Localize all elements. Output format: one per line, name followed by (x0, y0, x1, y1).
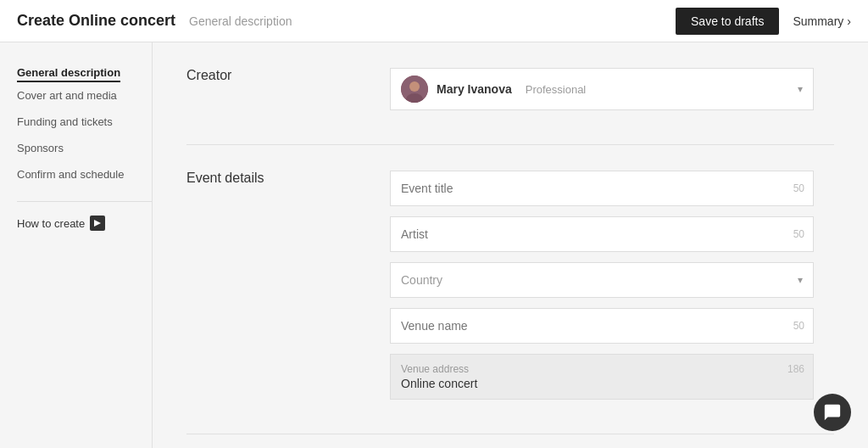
venue-address-value: Online concert (401, 377, 779, 390)
sidebar-item-cover-art-media[interactable]: Cover art and media (17, 82, 152, 109)
sidebar-item-general-description[interactable]: General description (17, 59, 120, 82)
creator-role: Professional (526, 83, 587, 96)
event-title-field: 50 (390, 171, 814, 206)
save-drafts-button[interactable]: Save to drafts (676, 8, 779, 35)
event-title-input[interactable] (391, 171, 813, 205)
header-right: Save to drafts Summary › (676, 8, 851, 35)
layout: General description Cover art and media … (0, 42, 868, 448)
sidebar-divider (17, 201, 152, 202)
chevron-down-icon: ▾ (798, 83, 803, 95)
summary-link[interactable]: Summary › (793, 14, 851, 28)
artist-input[interactable] (391, 217, 813, 251)
event-details-label: Event details (186, 171, 356, 400)
country-label: Country (401, 273, 442, 287)
sidebar-item-confirm-schedule[interactable]: Confirm and schedule (17, 161, 152, 188)
main-content: Creator Mary Ivanova Profes (153, 42, 868, 448)
sidebar-item-sponsors[interactable]: Sponsors (17, 135, 152, 161)
chat-icon (823, 403, 842, 422)
chevron-right-icon: › (847, 14, 851, 28)
artist-field: 50 (390, 216, 814, 252)
header-left: Create Online concert General descriptio… (17, 12, 292, 30)
venue-name-field: 50 (390, 308, 814, 344)
svg-point-1 (409, 81, 420, 92)
sidebar-item-funding-tickets[interactable]: Funding and tickets (17, 109, 152, 135)
chat-button[interactable] (814, 394, 851, 431)
country-chevron-icon: ▾ (798, 274, 803, 286)
page-title: Create Online concert (17, 12, 175, 30)
event-title-counter: 50 (793, 182, 804, 194)
avatar-image (401, 76, 428, 103)
venue-address-counter: 186 (787, 363, 804, 375)
sidebar: General description Cover art and media … (0, 42, 153, 448)
creator-dropdown[interactable]: Mary Ivanova Professional ▾ (390, 68, 814, 110)
country-dropdown[interactable]: Country ▾ (390, 262, 814, 298)
creator-inner: Mary Ivanova Professional (401, 76, 586, 103)
creator-content: Mary Ivanova Professional ▾ (390, 68, 814, 110)
header: Create Online concert General descriptio… (0, 0, 868, 42)
venue-name-input[interactable] (391, 309, 813, 343)
venue-address-field: Venue address Online concert 186 (390, 354, 814, 400)
summary-label: Summary (793, 14, 843, 28)
creator-section: Creator Mary Ivanova Profes (186, 68, 834, 110)
play-icon (90, 216, 105, 231)
separator-2 (186, 434, 834, 434)
event-details-content: 50 50 Country ▾ 50 (390, 171, 814, 400)
how-to-create-label: How to create (17, 217, 85, 230)
event-details-section: Event details 50 50 Country ▾ (186, 171, 834, 400)
how-to-create-button[interactable]: How to create (17, 216, 152, 231)
avatar (401, 76, 428, 103)
header-subtitle: General description (189, 14, 292, 28)
venue-address-label: Venue address (401, 363, 779, 375)
venue-name-counter: 50 (793, 320, 804, 332)
creator-name: Mary Ivanova (437, 82, 512, 96)
separator-1 (186, 144, 834, 145)
creator-label: Creator (186, 68, 356, 110)
artist-counter: 50 (793, 228, 804, 240)
